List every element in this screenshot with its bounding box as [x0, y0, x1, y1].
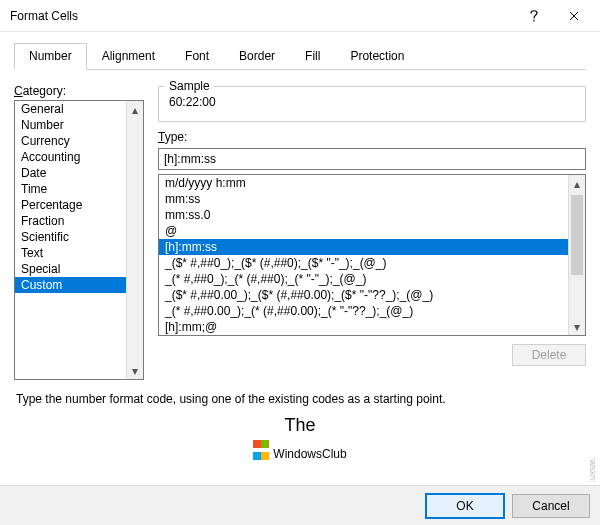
scroll-thumb[interactable]	[571, 195, 583, 275]
type-label: Type:	[158, 130, 586, 144]
dialog-footer: OK Cancel	[0, 485, 600, 525]
ok-button[interactable]: OK	[426, 494, 504, 518]
hint-text: Type the number format code, using one o…	[16, 392, 584, 406]
tab-font[interactable]: Font	[170, 43, 224, 70]
watermark-line2: WindowsClub	[0, 435, 600, 462]
watermark-line1: The	[0, 416, 600, 435]
sample-legend: Sample	[165, 79, 214, 93]
tab-fill[interactable]: Fill	[290, 43, 335, 70]
tab-label: Protection	[350, 49, 404, 63]
tab-strip: Number Alignment Font Border Fill Protec…	[14, 42, 586, 70]
scroll-up-icon[interactable]: ▴	[569, 175, 585, 192]
category-item-special[interactable]: Special	[15, 261, 143, 277]
scroll-down-icon[interactable]: ▾	[569, 318, 585, 335]
type-item[interactable]: @	[159, 223, 585, 239]
sample-group: Sample 60:22:00	[158, 86, 586, 122]
category-item-accounting[interactable]: Accounting	[15, 149, 143, 165]
cancel-button[interactable]: Cancel	[512, 494, 590, 518]
scroll-up-icon[interactable]: ▴	[127, 101, 143, 118]
category-item-percentage[interactable]: Percentage	[15, 197, 143, 213]
window-title: Format Cells	[10, 9, 514, 23]
tab-number[interactable]: Number	[14, 43, 87, 70]
category-item-fraction[interactable]: Fraction	[15, 213, 143, 229]
scroll-down-icon[interactable]: ▾	[127, 362, 143, 379]
type-item-selected[interactable]: [h]:mm:ss	[159, 239, 585, 255]
category-item-number[interactable]: Number	[15, 117, 143, 133]
help-icon	[529, 9, 539, 23]
category-item-custom[interactable]: Custom	[15, 277, 143, 293]
windows-logo-icon	[253, 438, 269, 463]
tab-label: Font	[185, 49, 209, 63]
category-scrollbar[interactable]: ▴ ▾	[126, 101, 143, 379]
tab-border[interactable]: Border	[224, 43, 290, 70]
type-item[interactable]: _(* #,##0_);_(* (#,##0);_(* "-"_);_(@_)	[159, 271, 585, 287]
type-item[interactable]: m/d/yyyy h:mm	[159, 175, 585, 191]
wsxn-watermark: :wsxn:	[588, 457, 598, 483]
category-list[interactable]: General Number Currency Accounting Date …	[14, 100, 144, 380]
tab-alignment[interactable]: Alignment	[87, 43, 170, 70]
category-label: Category:	[14, 84, 144, 98]
category-item-general[interactable]: General	[15, 101, 143, 117]
sample-value: 60:22:00	[167, 91, 577, 113]
type-scrollbar[interactable]: ▴ ▾	[568, 175, 585, 335]
category-item-currency[interactable]: Currency	[15, 133, 143, 149]
tab-label: Alignment	[102, 49, 155, 63]
close-icon	[569, 11, 579, 21]
type-item[interactable]: [$-en-US]h:mm:ss AM/PM	[159, 335, 585, 336]
category-item-text[interactable]: Text	[15, 245, 143, 261]
watermark: The WindowsClub	[0, 416, 600, 462]
tab-label: Number	[29, 49, 72, 63]
type-list[interactable]: m/d/yyyy h:mm mm:ss mm:ss.0 @ [h]:mm:ss …	[158, 174, 586, 336]
category-item-scientific[interactable]: Scientific	[15, 229, 143, 245]
type-item[interactable]: _(* #,##0.00_);_(* (#,##0.00);_(* "-"??_…	[159, 303, 585, 319]
help-button[interactable]	[514, 3, 554, 29]
tab-label: Border	[239, 49, 275, 63]
category-item-date[interactable]: Date	[15, 165, 143, 181]
type-item[interactable]: _($* #,##0_);_($* (#,##0);_($* "-"_);_(@…	[159, 255, 585, 271]
delete-button: Delete	[512, 344, 586, 366]
title-bar: Format Cells	[0, 0, 600, 32]
type-item[interactable]: _($* #,##0.00_);_($* (#,##0.00);_($* "-"…	[159, 287, 585, 303]
type-input[interactable]	[158, 148, 586, 170]
close-button[interactable]	[554, 3, 594, 29]
tab-protection[interactable]: Protection	[335, 43, 419, 70]
type-item[interactable]: [h]:mm;@	[159, 319, 585, 335]
type-item[interactable]: mm:ss	[159, 191, 585, 207]
tab-label: Fill	[305, 49, 320, 63]
type-item[interactable]: mm:ss.0	[159, 207, 585, 223]
category-item-time[interactable]: Time	[15, 181, 143, 197]
